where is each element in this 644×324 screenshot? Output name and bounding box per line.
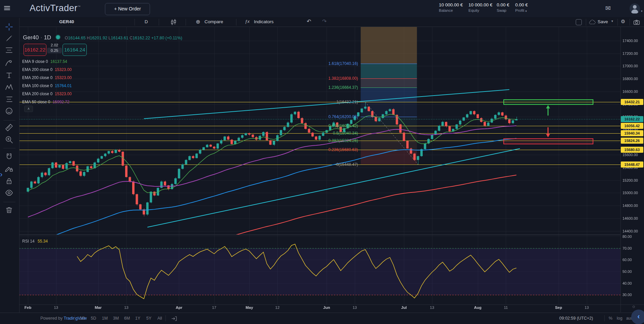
legend-interval: 1D xyxy=(44,34,51,41)
toolbar-separator xyxy=(586,19,586,26)
save-caret-icon[interactable]: ▾ xyxy=(611,19,613,23)
forecast-tool[interactable] xyxy=(5,95,14,104)
goto-date-icon[interactable] xyxy=(171,315,178,322)
time-axis-label: Sep xyxy=(555,305,562,310)
stat-value: 0.00 € xyxy=(515,2,528,7)
chart-settings-gear-icon[interactable]: ⚙ xyxy=(621,19,625,25)
legend-collapse-button[interactable]: ∧ xyxy=(24,106,33,112)
watchlist-expand-chevron[interactable]: › xyxy=(0,170,2,179)
sell-button[interactable]: 16162.22 xyxy=(24,44,46,56)
time-axis-label: 11 xyxy=(504,305,508,310)
lock-tool[interactable] xyxy=(5,177,14,186)
trendline-tool[interactable] xyxy=(5,34,14,43)
buy-button[interactable]: 16164.24 xyxy=(63,44,87,56)
rsi-panel-divider[interactable] xyxy=(0,235,620,235)
indicators-button[interactable]: Indicators xyxy=(254,19,274,24)
toolbar-separator xyxy=(135,19,135,26)
stat-value: 10 000.00 € xyxy=(439,2,463,7)
mail-icon[interactable]: ✉ xyxy=(605,4,611,12)
cloud-icon[interactable] xyxy=(589,19,596,25)
rsi-axis-label: 60.00 xyxy=(622,258,632,262)
drawing-toolbar xyxy=(0,17,20,324)
range-button-1m[interactable]: 1M xyxy=(102,316,108,321)
range-button-5y[interactable]: 5Y xyxy=(146,316,151,321)
stat-label: Balance xyxy=(439,8,463,12)
measure-tool[interactable] xyxy=(5,123,14,133)
profit-dropdown-caret[interactable]: ▾ xyxy=(525,9,527,13)
time-axis-label: 13 xyxy=(584,305,589,310)
account-stat-swap: 0.00 €Swap xyxy=(497,2,509,12)
time-axis-label: 13 xyxy=(124,305,128,310)
rsi-axis-label: 50.00 xyxy=(622,269,632,274)
rsi-period: 14 xyxy=(30,239,34,244)
symbol-button[interactable]: GER40 xyxy=(59,19,74,24)
multi-chart-checkbox[interactable] xyxy=(576,19,582,25)
toolbar-separator xyxy=(236,19,236,26)
percent-scale-toggle[interactable]: % xyxy=(609,316,612,321)
new-order-button[interactable]: + New Order xyxy=(105,3,150,15)
time-axis-label: 13 xyxy=(54,305,58,310)
legend-indicator-row[interactable]: EMA 100 close 015764.01 xyxy=(22,83,72,88)
legend: Ger40 · 1D O16144.65 H16201.92 L16143.61… xyxy=(23,34,182,41)
avatar-body xyxy=(631,9,638,13)
rsi-axis-label: 40.00 xyxy=(622,281,632,285)
time-axis-label: Aug xyxy=(474,305,481,310)
legend-indicator-row[interactable]: EMA 200 close 015323.00 xyxy=(22,92,72,96)
menu-icon[interactable] xyxy=(4,6,10,11)
rsi-axis-label: 80.00 xyxy=(622,235,632,239)
drawing-lock-tool[interactable] xyxy=(5,164,14,173)
compare-button[interactable]: Compare xyxy=(204,19,223,24)
range-button-6m[interactable]: 6M xyxy=(124,316,130,321)
redo-button[interactable]: ↷ xyxy=(322,18,327,25)
toolbar-separator xyxy=(630,19,630,26)
avatar[interactable] xyxy=(630,3,640,14)
range-button-all[interactable]: All xyxy=(157,316,162,321)
indicator-name: EMA 200 close 0 xyxy=(22,67,52,72)
price-axis-label: 16600.00 xyxy=(622,89,638,94)
legend-indicator-row[interactable]: EMA 9 close 016137.54 xyxy=(22,59,67,64)
indicators-icon[interactable]: ƒx xyxy=(245,19,250,24)
xabcd-pattern-tool[interactable] xyxy=(5,83,14,93)
interval-button[interactable]: D xyxy=(145,19,148,24)
fib-label: 0.764(16200.05) xyxy=(301,114,358,119)
range-button-3m[interactable]: 3M xyxy=(113,316,119,321)
remove-drawings-tool[interactable] xyxy=(5,206,14,215)
range-button-5d[interactable]: 5D xyxy=(91,316,96,321)
legend-indicator-row[interactable]: EMA 200 close 015323.00 xyxy=(22,75,72,80)
indicator-value: 15323.00 xyxy=(55,92,72,96)
undo-button[interactable]: ↶ xyxy=(307,18,311,25)
magnet-tool[interactable] xyxy=(5,152,14,161)
screenshot-camera-icon[interactable] xyxy=(633,19,640,26)
fib-retracement-tool[interactable] xyxy=(5,46,14,55)
top-bar: ActivTrader™ + New Order 10 000.00 €Bala… xyxy=(0,0,644,18)
clock[interactable]: 09:02:59 (UTC+2) xyxy=(559,316,593,321)
rsi-axis-label: 70.00 xyxy=(622,246,632,250)
zoom-in-tool[interactable] xyxy=(5,135,14,145)
brush-tool[interactable] xyxy=(5,59,14,68)
save-button[interactable]: Save xyxy=(598,19,608,24)
legend-indicator-row[interactable]: EMA 50 close 015992.72 xyxy=(22,100,69,104)
price-badge: 16162.22 xyxy=(621,116,643,122)
text-tool[interactable] xyxy=(5,71,14,80)
indicator-value: 15764.01 xyxy=(55,83,72,88)
crosshair-tool[interactable] xyxy=(5,23,14,32)
range-button-1d[interactable]: 1D xyxy=(80,316,85,321)
range-button-1y[interactable]: 1Y xyxy=(135,316,140,321)
legend-symbol[interactable]: Ger40 xyxy=(23,34,39,41)
hide-drawings-tool[interactable] xyxy=(5,188,14,198)
compare-icon[interactable]: ⊕ xyxy=(196,19,200,25)
indicator-name: EMA 9 close 0 xyxy=(22,59,48,64)
account-dropdown-caret[interactable]: ▾ xyxy=(641,9,643,13)
log-scale-toggle[interactable]: log xyxy=(617,316,622,321)
time-axis-label: Mar xyxy=(95,305,102,310)
time-axis-label: Feb xyxy=(25,305,31,310)
rsi-settings-icon[interactable]: ☼ xyxy=(632,303,636,309)
price-axis-label: 17200.00 xyxy=(622,51,638,56)
indicator-name: EMA 200 close 0 xyxy=(22,92,52,96)
fib-label: 0(15448.47) xyxy=(301,162,358,167)
legend-indicator-row[interactable]: EMA 200 close 015323.00 xyxy=(22,67,72,72)
emoji-tool[interactable] xyxy=(5,107,14,116)
rsi-name[interactable]: RSI xyxy=(22,239,29,244)
panel-collapse-fab[interactable]: ‹ xyxy=(631,310,644,324)
candle-style-icon[interactable] xyxy=(170,19,177,26)
